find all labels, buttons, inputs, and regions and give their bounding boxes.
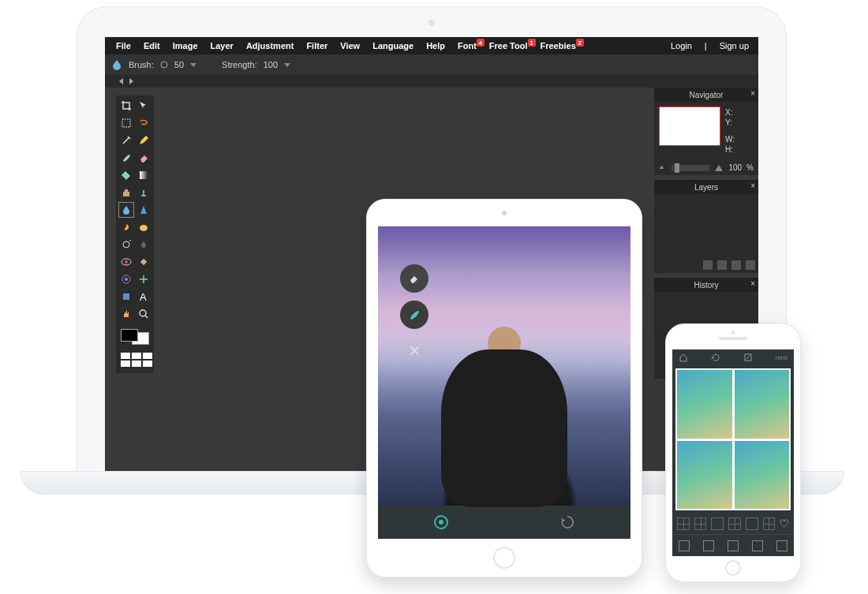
redeye-tool[interactable] (119, 255, 133, 269)
brush-preview-icon[interactable] (160, 61, 168, 69)
menu-help[interactable]: Help (420, 41, 451, 50)
collage-cell[interactable] (735, 441, 790, 510)
foreground-color-swatch[interactable] (121, 329, 138, 342)
zoom-suffix: % (746, 163, 754, 172)
sponge-tool[interactable] (137, 220, 151, 234)
spot-heal-tool[interactable] (137, 255, 151, 269)
strength-dropdown-icon[interactable] (284, 63, 290, 67)
menu-adjustment[interactable]: Adjustment (240, 41, 301, 50)
phone-home-icon[interactable] (679, 353, 688, 362)
zoom-slider[interactable] (672, 165, 709, 171)
phone-edit-icon[interactable] (743, 353, 753, 362)
layer-delete-icon[interactable] (731, 260, 741, 270)
tablet-home-button[interactable] (493, 547, 515, 569)
collage-cell[interactable] (735, 370, 790, 439)
layers-list[interactable] (654, 194, 758, 257)
menu-view[interactable]: View (334, 41, 366, 50)
strength-label: Strength: (222, 60, 257, 69)
menu-freebies[interactable]: Freebies2 (534, 41, 582, 50)
tablet-record-button[interactable] (434, 515, 448, 529)
move-tool[interactable] (137, 99, 151, 113)
clone-tool[interactable] (119, 185, 133, 200)
collage-cell[interactable] (677, 370, 732, 439)
svg-text:A: A (140, 291, 147, 302)
layer-settings-icon[interactable] (746, 260, 755, 270)
menu-file[interactable]: File (110, 41, 137, 50)
smudge-tool[interactable] (119, 220, 133, 234)
phone-tab[interactable] (728, 540, 739, 551)
login-link[interactable]: Login (666, 41, 697, 50)
burn-tool[interactable] (137, 237, 151, 252)
brush-size-value[interactable]: 50 (174, 60, 184, 69)
phone-tab[interactable] (752, 540, 763, 551)
swatch-grid[interactable] (121, 353, 152, 367)
phone-home-button[interactable] (725, 560, 741, 576)
blur-tool[interactable] (119, 203, 133, 217)
eraser-tool[interactable] (137, 151, 151, 165)
svg-point-5 (140, 225, 148, 231)
sharpen-tool[interactable] (137, 203, 151, 217)
bucket-tool[interactable] (119, 168, 133, 182)
history-close-icon[interactable]: × (750, 279, 755, 288)
brush-tool[interactable] (119, 151, 133, 165)
layout-option[interactable] (728, 517, 741, 530)
menu-edit[interactable]: Edit (137, 41, 166, 50)
favorite-icon[interactable] (780, 519, 789, 529)
pencil-tool[interactable] (137, 133, 151, 148)
marquee-tool[interactable] (119, 116, 133, 130)
tablet-close-button[interactable]: ✕ (400, 337, 428, 365)
tablet-brush-button[interactable] (400, 301, 428, 329)
tablet-eraser-button[interactable] (400, 264, 428, 293)
phone-tab[interactable] (679, 540, 690, 551)
layers-close-icon[interactable]: × (750, 181, 755, 190)
svg-rect-1 (122, 119, 130, 127)
layout-option[interactable] (711, 517, 724, 530)
lasso-tool[interactable] (137, 116, 151, 130)
signup-link[interactable]: Sign up (715, 41, 754, 50)
menu-font[interactable]: Font4 (451, 41, 483, 50)
zoom-out-icon[interactable] (659, 165, 667, 171)
pinch-tool[interactable] (137, 272, 151, 286)
strength-value[interactable]: 100 (264, 60, 278, 69)
layout-option[interactable] (694, 517, 707, 530)
collage-cell[interactable] (677, 441, 732, 510)
zoom-tool[interactable] (137, 307, 151, 321)
layout-option[interactable] (746, 517, 758, 530)
dodge-tool[interactable] (119, 237, 133, 252)
zoom-in-icon[interactable] (714, 164, 724, 172)
hand-tool[interactable] (119, 307, 133, 321)
layout-option[interactable] (677, 517, 690, 530)
tab-prev-icon[interactable] (119, 78, 123, 84)
phone-top-bar: next (672, 349, 794, 365)
navigator-panel: Navigator× X: Y: W: H: (654, 88, 758, 175)
badge-freebies: 2 (576, 39, 584, 47)
wand-tool[interactable] (119, 133, 133, 148)
phone-next-button[interactable]: next (776, 354, 788, 361)
bloat-tool[interactable] (119, 272, 133, 286)
tablet-canvas-image[interactable]: ✕ (378, 226, 630, 506)
phone-collage[interactable] (675, 368, 791, 510)
type-tool[interactable]: A (137, 290, 151, 304)
tablet-undo-icon[interactable] (559, 514, 575, 530)
layer-new-icon[interactable] (703, 260, 713, 270)
crop-tool[interactable] (119, 99, 133, 113)
menu-language[interactable]: Language (366, 41, 420, 50)
tab-next-icon[interactable] (129, 78, 133, 84)
layer-mask-icon[interactable] (717, 260, 727, 270)
menu-free-tool[interactable]: Free Tool1 (483, 41, 534, 50)
phone-tab[interactable] (776, 540, 788, 551)
phone-refresh-icon[interactable] (711, 353, 720, 362)
stamp-tool[interactable] (137, 185, 151, 200)
gradient-tool[interactable] (137, 168, 151, 182)
color-swatches[interactable] (119, 327, 151, 346)
navigator-close-icon[interactable]: × (750, 89, 755, 98)
menu-image[interactable]: Image (166, 41, 204, 50)
brush-dropdown-icon[interactable] (190, 63, 196, 67)
svg-point-0 (161, 62, 167, 68)
menu-filter[interactable]: Filter (300, 41, 334, 50)
menu-layer[interactable]: Layer (204, 41, 240, 50)
layout-option[interactable] (763, 517, 776, 530)
shape-tool[interactable] (119, 290, 133, 304)
phone-tab[interactable] (703, 540, 714, 551)
navigator-thumbnail[interactable] (659, 106, 720, 146)
